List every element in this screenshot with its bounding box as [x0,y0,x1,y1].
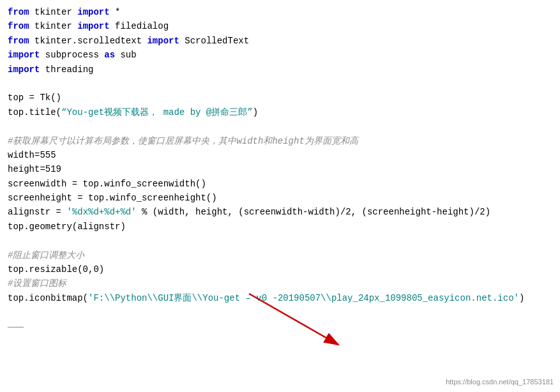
code-line: alignstr = '%dx%d+%d+%d' % (width, heigh… [8,205,552,219]
code-line: #获取屏幕尺寸以计算布局参数，使窗口居屏幕中央，其中width和height为界… [8,134,552,148]
code-line: #设置窗口图标 [8,276,552,290]
code-line [8,77,552,91]
code-line: height=519 [8,162,552,176]
code-line: from tkinter import * [8,5,552,19]
code-line: top = Tk() [8,91,552,105]
code-line: top.resizable(0,0) [8,262,552,276]
code-line: width=555 [8,148,552,162]
code-line: #阻止窗口调整大小 [8,248,552,262]
code-line: top.title(“You-get视频下载器， made by @拼命三郎”) [8,105,552,119]
code-line: top.geometry(alignstr) [8,220,552,234]
code-line: screenwidth = top.winfo_screenwidth() [8,177,552,191]
url-label: https://blog.csdn.net/qq_17853181 [446,377,554,388]
code-line: top.iconbitmap('F:\\Python\\GUI界面\\You-g… [8,291,552,305]
code-line [8,234,552,248]
code-line: from tkinter.scrolledtext import Scrolle… [8,34,552,48]
code-editor: from tkinter import *from tkinter import… [0,0,560,392]
code-line [8,119,552,133]
code-line: from tkinter import filedialog [8,19,552,33]
code-line: import subprocess as sub [8,48,552,62]
code-block: from tkinter import *from tkinter import… [8,5,552,334]
code-line [8,305,552,319]
code-line: import threading [8,63,552,77]
code-line: screenheight = top.winfo_screenheight() [8,191,552,205]
code-line: ——— [8,320,552,334]
